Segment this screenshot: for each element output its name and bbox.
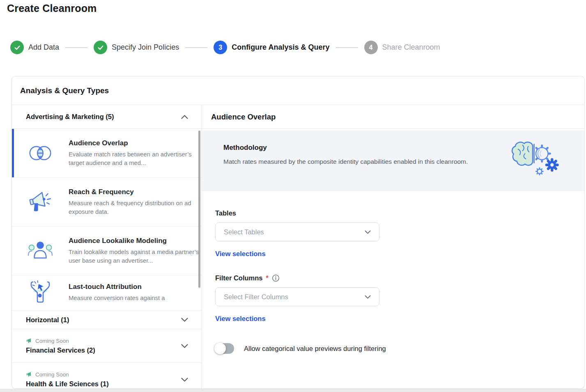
section-label: Financial Services (2) xyxy=(26,346,95,354)
detail-panel: Audience Overlap Methodology Match rates… xyxy=(202,105,584,388)
analysis-query-card: Analysis & Query Types Advertising & Mar… xyxy=(11,76,585,389)
section-financial-services[interactable]: Coming Soon Financial Services (2) xyxy=(12,329,201,362)
list-item-last-touch-attribution[interactable]: Last-touch Attribution Measure conversio… xyxy=(12,275,201,310)
item-title: Audience Lookalike Modeling xyxy=(69,237,200,245)
page-title: Create Cleanroom xyxy=(7,2,97,14)
step-complete-check-icon xyxy=(10,41,24,54)
list-item-audience-overlap[interactable]: Audience Overlap Evaluate match rates be… xyxy=(12,129,201,178)
item-description: Measure conversion rates against a xyxy=(69,294,200,303)
stepper: Add Data Specify Join Policies 3 Configu… xyxy=(10,41,440,54)
step-connector xyxy=(336,47,358,48)
people-group-icon xyxy=(26,240,55,261)
step-connector xyxy=(65,47,87,48)
item-title: Reach & Frequency xyxy=(69,188,200,196)
step-label: Specify Join Policies xyxy=(112,43,179,52)
list-item-audience-lookalike-modeling[interactable]: Audience Lookalike Modeling Train lookal… xyxy=(12,227,201,275)
section-label: Health & Life Sciences (1) xyxy=(26,380,109,388)
item-title: Audience Overlap xyxy=(69,139,200,147)
categorical-previews-toggle[interactable] xyxy=(215,343,234,354)
step-label: Configure Analysis & Query xyxy=(232,43,329,52)
coming-soon-label: Coming Soon xyxy=(35,338,69,344)
step-number-badge: 4 xyxy=(364,41,378,54)
filter-columns-label: Filter Columns xyxy=(215,274,263,282)
step-label: Share Cleanroom xyxy=(382,43,440,52)
filter-columns-select-placeholder: Select Filter Columns xyxy=(224,293,288,301)
chevron-down-icon xyxy=(181,318,188,322)
coming-soon-badge: Coming Soon xyxy=(26,338,95,344)
step-number-badge: 3 xyxy=(214,41,227,54)
chevron-down-icon xyxy=(181,344,188,348)
categorical-previews-toggle-label: Allow categorical value previews during … xyxy=(244,345,386,353)
tables-select[interactable]: Select Tables xyxy=(215,222,379,241)
methodology-box: Methodology Match rates measured by the … xyxy=(202,131,584,191)
query-type-list: Advertising & Marketing (5) xyxy=(12,105,202,388)
chevron-down-icon xyxy=(365,230,371,234)
step-specify-join-policies[interactable]: Specify Join Policies xyxy=(94,41,179,54)
detail-header: Audience Overlap xyxy=(202,105,584,129)
funnel-click-icon xyxy=(26,280,55,309)
create-cleanroom-page: Create Cleanroom Add Data Specify Join P… xyxy=(0,0,586,392)
item-title: Last-touch Attribution xyxy=(69,283,200,291)
step-complete-check-icon xyxy=(94,41,107,54)
tables-label: Tables xyxy=(215,209,236,217)
tables-select-placeholder: Select Tables xyxy=(224,228,264,236)
tables-view-selections-link[interactable]: View selections xyxy=(215,250,266,258)
section-label: Advertising & Marketing (5) xyxy=(26,113,114,121)
step-label: Add Data xyxy=(28,43,59,52)
list-scrollbar-thumb[interactable] xyxy=(198,131,200,288)
card-title: Analysis & Query Types xyxy=(20,86,109,95)
step-configure-analysis-query[interactable]: 3 Configure Analysis & Query xyxy=(214,41,329,54)
step-add-data[interactable]: Add Data xyxy=(10,41,59,54)
coming-soon-label: Coming Soon xyxy=(35,371,69,378)
chevron-down-icon xyxy=(365,295,371,299)
venn-diagram-icon xyxy=(26,142,55,164)
item-description: Evaluate match rates between an advertis… xyxy=(69,150,200,167)
section-health-life-sciences[interactable]: Coming Soon Health & Life Sciences (1) xyxy=(12,362,201,388)
page-background-strip xyxy=(0,389,586,392)
toggle-knob xyxy=(214,343,226,354)
section-horizontal[interactable]: Horizontal (1) xyxy=(12,310,201,329)
step-connector xyxy=(185,47,207,48)
coming-soon-megaphone-icon xyxy=(26,371,32,377)
megaphone-icon xyxy=(26,190,55,213)
item-description: Measure reach & frequency distribution o… xyxy=(69,199,200,216)
detail-title: Audience Overlap xyxy=(211,112,276,121)
filter-columns-view-selections-link[interactable]: View selections xyxy=(215,315,266,323)
coming-soon-badge: Coming Soon xyxy=(26,371,109,378)
step-share-cleanroom[interactable]: 4 Share Cleanroom xyxy=(364,41,440,54)
filter-columns-select[interactable]: Select Filter Columns xyxy=(215,287,379,306)
section-label: Horizontal (1) xyxy=(26,316,69,324)
card-header: Analysis & Query Types xyxy=(12,76,584,105)
brain-gears-icon xyxy=(510,140,559,179)
chevron-up-icon xyxy=(181,115,188,119)
chevron-down-icon xyxy=(181,378,188,382)
section-advertising-marketing[interactable]: Advertising & Marketing (5) xyxy=(12,105,201,129)
item-description: Train lookalike models against a media p… xyxy=(69,248,200,265)
coming-soon-megaphone-icon xyxy=(26,338,32,344)
required-asterisk: * xyxy=(266,275,269,282)
list-item-reach-frequency[interactable]: Reach & Frequency Measure reach & freque… xyxy=(12,178,201,227)
info-icon[interactable] xyxy=(272,274,280,282)
